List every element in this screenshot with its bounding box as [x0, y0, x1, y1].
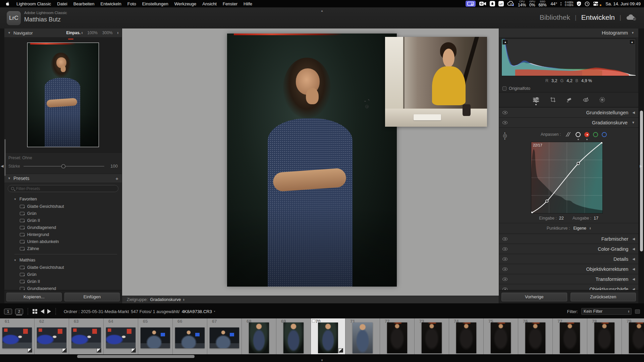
zoom-100-control[interactable]: 100% [87, 31, 98, 35]
section-grundeinstellungen[interactable]: Grundeinstellungen ◀ [499, 107, 638, 117]
masking-tool-icon[interactable] [599, 97, 605, 103]
grid-view-icon[interactable] [33, 309, 38, 314]
preset-item[interactable]: Grün II [4, 217, 122, 224]
filmstrip-scrollbar-thumb[interactable] [77, 355, 195, 358]
collapsed-section-header[interactable]: Objektivkorrekturen ◀ [499, 264, 638, 274]
point-curve-stepper-icon[interactable]: ▴▾ [590, 227, 591, 229]
menubar-menu-item[interactable]: Ansicht [199, 1, 220, 6]
preset-item[interactable]: Grün [4, 210, 122, 217]
menubar-menu-item[interactable]: Datei [54, 1, 70, 6]
thumbnail-photo[interactable] [387, 322, 407, 353]
droplet-app-icon[interactable] [490, 1, 495, 7]
filmstrip-scrollbar[interactable] [0, 355, 644, 358]
filter-lock-button[interactable] [635, 309, 640, 314]
panel-eye-icon[interactable] [502, 121, 507, 124]
preset-item[interactable]: Grün [4, 271, 122, 278]
preset-item[interactable]: Glatte Gesichtshaut [4, 203, 122, 210]
panel-eye-icon[interactable] [502, 288, 507, 290]
filmstrip-thumbnail[interactable]: 64 [104, 318, 138, 354]
copy-settings-button[interactable]: Kopieren... [6, 293, 62, 301]
menubar-clock[interactable]: Sa. 14. Juni 09:49 [605, 1, 641, 6]
panel-eye-icon[interactable] [502, 237, 507, 241]
filmstrip-thumbnail[interactable]: 63 [69, 318, 104, 354]
panel-eye-icon[interactable] [502, 247, 507, 251]
collapse-top-panel-arrow[interactable]: ▲ [321, 9, 324, 12]
menubar-menu-item[interactable]: Werkzeuge [171, 1, 200, 6]
filmstrip-thumbnail[interactable]: 76 [518, 318, 553, 354]
highlight-clipping-icon[interactable]: ▲ [629, 40, 635, 45]
lt-app-icon[interactable]: LT [498, 1, 504, 7]
edit-sliders-tool-icon[interactable] [532, 97, 540, 103]
crop-tool-icon[interactable] [550, 97, 556, 103]
network-stat[interactable]: 0 KB/s0 KB/s [565, 1, 573, 7]
go-back-arrow-icon[interactable] [41, 309, 44, 314]
collapsed-section-header[interactable]: Objektivunschärfe ◀ [499, 284, 638, 290]
preset-item[interactable]: Zähne [4, 245, 122, 252]
zoom-fit-control[interactable]: Einpas.▴▾ [66, 31, 83, 35]
section-gradationskurve-header[interactable]: Gradationskurve ▼ [499, 117, 638, 127]
ssd-stat[interactable]: SSD68% [538, 0, 546, 7]
source-dropdown-icon[interactable]: ▾ [214, 311, 215, 312]
previous-button[interactable]: Vorherige [501, 293, 567, 301]
main-window-button[interactable]: 1 [4, 309, 12, 314]
collapse-left-panel-arrow[interactable]: ◀ [0, 28, 4, 303]
thumbnail-photo[interactable] [629, 322, 644, 353]
reset-button[interactable]: Zurücksetzen [571, 293, 636, 301]
main-photo[interactable] [227, 34, 397, 287]
control-center-icon[interactable] [593, 1, 598, 7]
collapse-filmstrip-arrow[interactable]: ▼ [321, 359, 324, 362]
histogram-header[interactable]: Histogramm ▼ [499, 28, 638, 37]
shadow-clipping-icon[interactable]: ▲ [502, 40, 508, 45]
identity-plate-user[interactable]: Matthias Butz [24, 16, 61, 23]
parametric-curve-icon[interactable] [565, 132, 572, 137]
thumbnail-photo[interactable] [37, 327, 66, 348]
thumbnail-photo[interactable] [422, 322, 442, 353]
menubar-menu-item[interactable]: Hilfe [240, 1, 255, 6]
filmstrip-thumbnail[interactable]: 70 [311, 318, 345, 354]
thumbnail-photo[interactable] [283, 322, 304, 353]
photo-canvas[interactable] [122, 28, 499, 296]
thumbnail-photo[interactable] [175, 327, 205, 348]
menubar-menu-item[interactable]: Einstellungen [139, 1, 171, 6]
point-curve-channel-icon[interactable] [576, 132, 581, 137]
thumbnail-photo[interactable] [141, 327, 170, 348]
apple-menu-icon[interactable] [5, 1, 10, 6]
clock-history-icon[interactable] [585, 1, 590, 7]
second-window-button[interactable]: 2 [15, 309, 23, 314]
collapsed-section-header[interactable]: Transformieren ◀ [499, 274, 638, 284]
filmstrip-thumbnail[interactable]: 71 [345, 318, 380, 354]
panel-eye-icon[interactable] [502, 267, 507, 271]
target-group-value[interactable]: Gradationskurve [150, 297, 181, 302]
panel-eye-icon[interactable] [502, 257, 507, 261]
original-photo-checkbox[interactable] [502, 86, 506, 90]
preset-item[interactable]: Hintergrund [4, 231, 122, 238]
thumbnail-photo[interactable] [491, 322, 511, 353]
add-preset-button[interactable]: + [115, 176, 118, 181]
navigator-preview[interactable] [4, 37, 122, 153]
menubar-menu-item[interactable]: Bearbeiten [70, 1, 98, 6]
thumbnail-photo[interactable] [353, 322, 373, 353]
collapsed-section-header[interactable]: Color-Grading ◀ [499, 244, 638, 254]
green-channel-icon[interactable] [593, 132, 598, 137]
thumbnail-photo[interactable] [2, 327, 32, 348]
targeted-adjustment-tool-icon[interactable]: ▲▼ [502, 132, 507, 140]
filmstrip-thumbnail[interactable]: 73 [415, 318, 449, 354]
strength-slider[interactable] [23, 166, 104, 167]
menubar-dots-icon[interactable] [560, 2, 561, 5]
thumbnail-photo[interactable] [210, 327, 239, 348]
zoom-stepper-icon[interactable]: ▴▾ [117, 32, 118, 34]
preset-item[interactable]: Unten abdunkeln [4, 238, 122, 245]
shield-icon[interactable] [577, 1, 581, 7]
panel-eye-icon[interactable] [502, 278, 507, 281]
tone-curve-plot[interactable]: 22/17 [531, 142, 603, 214]
zoom-300-control[interactable]: 300% [102, 31, 113, 35]
preset-search-input[interactable]: Filter-Presets [8, 185, 118, 192]
collapsed-section-header[interactable]: Farbmischer ◀ [499, 234, 638, 244]
filmstrip-thumbnail[interactable]: 65 [138, 318, 173, 354]
filmstrip-thumbnail[interactable]: 61 [0, 318, 35, 354]
menubar-menu-item[interactable]: Fenster [220, 1, 240, 6]
filmstrip-source-info[interactable]: Ordner : 2025-05-31-Media-Markt 547 Foto… [64, 309, 215, 314]
paste-settings-button[interactable]: Einfügen [64, 293, 120, 301]
preset-item[interactable]: Grün II [4, 278, 122, 285]
thumbnail-photo[interactable] [71, 327, 101, 348]
